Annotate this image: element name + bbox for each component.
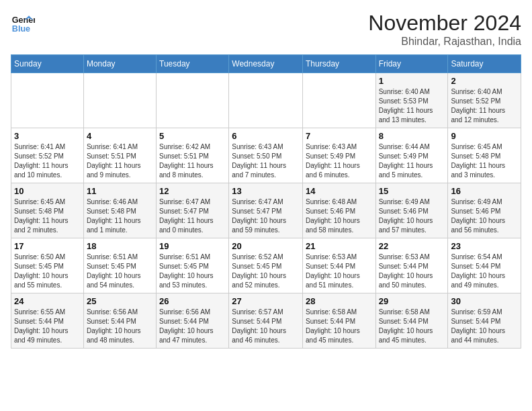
day-cell: 27Sunrise: 6:57 AM Sunset: 5:44 PM Dayli… (229, 293, 303, 349)
day-cell: 10Sunrise: 6:45 AM Sunset: 5:48 PM Dayli… (11, 183, 84, 238)
day-number: 26 (159, 296, 226, 306)
week-row-4: 17Sunrise: 6:50 AM Sunset: 5:45 PM Dayli… (11, 238, 521, 293)
day-info: Sunrise: 6:45 AM Sunset: 5:48 PM Dayligh… (14, 197, 81, 235)
day-number: 21 (306, 241, 373, 251)
day-info: Sunrise: 6:49 AM Sunset: 5:46 PM Dayligh… (379, 197, 445, 235)
day-cell: 26Sunrise: 6:56 AM Sunset: 5:44 PM Dayli… (157, 293, 229, 349)
day-cell (83, 73, 156, 128)
day-cell: 7Sunrise: 6:43 AM Sunset: 5:49 PM Daylig… (303, 128, 376, 183)
day-cell: 16Sunrise: 6:49 AM Sunset: 5:46 PM Dayli… (448, 183, 521, 238)
weekday-header-saturday: Saturday (448, 55, 521, 73)
title-area: November 2024 Bhindar, Rajasthan, India (368, 11, 521, 48)
day-number: 19 (159, 241, 226, 251)
day-number: 27 (232, 296, 300, 306)
weekday-header-row: SundayMondayTuesdayWednesdayThursdayFrid… (11, 55, 521, 73)
day-number: 16 (451, 186, 518, 196)
day-number: 23 (451, 241, 518, 251)
day-cell: 22Sunrise: 6:53 AM Sunset: 5:44 PM Dayli… (375, 238, 448, 293)
day-cell: 11Sunrise: 6:46 AM Sunset: 5:48 PM Dayli… (83, 183, 156, 238)
day-info: Sunrise: 6:59 AM Sunset: 5:44 PM Dayligh… (451, 308, 518, 345)
day-info: Sunrise: 6:40 AM Sunset: 5:52 PM Dayligh… (451, 87, 518, 125)
day-cell: 30Sunrise: 6:59 AM Sunset: 5:44 PM Dayli… (448, 293, 521, 349)
day-cell: 15Sunrise: 6:49 AM Sunset: 5:46 PM Dayli… (375, 183, 448, 238)
weekday-header-friday: Friday (375, 55, 448, 73)
location-title: Bhindar, Rajasthan, India (368, 36, 521, 48)
day-cell: 6Sunrise: 6:43 AM Sunset: 5:50 PM Daylig… (229, 128, 303, 183)
day-info: Sunrise: 6:41 AM Sunset: 5:51 PM Dayligh… (87, 142, 153, 180)
day-cell: 24Sunrise: 6:55 AM Sunset: 5:44 PM Dayli… (11, 293, 84, 349)
day-info: Sunrise: 6:53 AM Sunset: 5:44 PM Dayligh… (379, 253, 445, 290)
day-info: Sunrise: 6:52 AM Sunset: 5:45 PM Dayligh… (232, 253, 300, 290)
day-number: 20 (232, 241, 300, 251)
day-number: 1 (379, 76, 445, 86)
day-number: 8 (379, 131, 445, 141)
day-number: 30 (451, 296, 518, 306)
day-number: 24 (14, 296, 81, 306)
day-info: Sunrise: 6:53 AM Sunset: 5:44 PM Dayligh… (306, 253, 373, 290)
day-info: Sunrise: 6:43 AM Sunset: 5:49 PM Dayligh… (306, 142, 373, 180)
day-number: 22 (379, 241, 445, 251)
weekday-header-sunday: Sunday (11, 55, 84, 73)
day-number: 28 (306, 296, 373, 306)
day-info: Sunrise: 6:41 AM Sunset: 5:52 PM Dayligh… (14, 142, 81, 180)
day-info: Sunrise: 6:50 AM Sunset: 5:45 PM Dayligh… (14, 253, 81, 290)
day-number: 4 (87, 131, 153, 141)
day-cell: 28Sunrise: 6:58 AM Sunset: 5:44 PM Dayli… (303, 293, 376, 349)
day-number: 5 (159, 131, 226, 141)
day-info: Sunrise: 6:49 AM Sunset: 5:46 PM Dayligh… (451, 197, 518, 235)
day-cell: 14Sunrise: 6:48 AM Sunset: 5:46 PM Dayli… (303, 183, 376, 238)
weekday-header-wednesday: Wednesday (229, 55, 303, 73)
day-info: Sunrise: 6:58 AM Sunset: 5:44 PM Dayligh… (379, 308, 445, 345)
day-cell: 1Sunrise: 6:40 AM Sunset: 5:53 PM Daylig… (375, 73, 448, 128)
day-info: Sunrise: 6:58 AM Sunset: 5:44 PM Dayligh… (306, 308, 373, 345)
day-number: 11 (87, 186, 153, 196)
day-cell: 12Sunrise: 6:47 AM Sunset: 5:47 PM Dayli… (157, 183, 229, 238)
day-number: 9 (451, 131, 518, 141)
day-number: 2 (451, 76, 518, 86)
day-cell: 21Sunrise: 6:53 AM Sunset: 5:44 PM Dayli… (303, 238, 376, 293)
day-info: Sunrise: 6:43 AM Sunset: 5:50 PM Dayligh… (232, 142, 300, 180)
weekday-header-thursday: Thursday (303, 55, 376, 73)
day-cell: 20Sunrise: 6:52 AM Sunset: 5:45 PM Dayli… (229, 238, 303, 293)
week-row-1: 1Sunrise: 6:40 AM Sunset: 5:53 PM Daylig… (11, 73, 521, 128)
day-cell: 17Sunrise: 6:50 AM Sunset: 5:45 PM Dayli… (11, 238, 84, 293)
day-number: 29 (379, 296, 445, 306)
day-cell (229, 73, 303, 128)
day-info: Sunrise: 6:40 AM Sunset: 5:53 PM Dayligh… (379, 87, 445, 125)
day-cell: 4Sunrise: 6:41 AM Sunset: 5:51 PM Daylig… (83, 128, 156, 183)
day-cell: 3Sunrise: 6:41 AM Sunset: 5:52 PM Daylig… (11, 128, 84, 183)
svg-text:Blue: Blue (12, 24, 30, 34)
day-info: Sunrise: 6:44 AM Sunset: 5:49 PM Dayligh… (379, 142, 445, 180)
week-row-3: 10Sunrise: 6:45 AM Sunset: 5:48 PM Dayli… (11, 183, 521, 238)
day-info: Sunrise: 6:51 AM Sunset: 5:45 PM Dayligh… (87, 253, 153, 290)
logo-icon: General Blue (11, 11, 35, 35)
header: General Blue November 2024 Bhindar, Raja… (11, 11, 521, 48)
day-number: 15 (379, 186, 445, 196)
logo: General Blue (11, 11, 35, 35)
day-cell (303, 73, 376, 128)
day-number: 10 (14, 186, 81, 196)
day-cell (11, 73, 84, 128)
weekday-header-tuesday: Tuesday (157, 55, 229, 73)
day-info: Sunrise: 6:51 AM Sunset: 5:45 PM Dayligh… (159, 253, 226, 290)
day-cell: 19Sunrise: 6:51 AM Sunset: 5:45 PM Dayli… (157, 238, 229, 293)
day-cell: 25Sunrise: 6:56 AM Sunset: 5:44 PM Dayli… (83, 293, 156, 349)
day-info: Sunrise: 6:56 AM Sunset: 5:44 PM Dayligh… (159, 308, 226, 345)
day-number: 25 (87, 296, 153, 306)
day-cell: 8Sunrise: 6:44 AM Sunset: 5:49 PM Daylig… (375, 128, 448, 183)
day-info: Sunrise: 6:56 AM Sunset: 5:44 PM Dayligh… (87, 308, 153, 345)
week-row-5: 24Sunrise: 6:55 AM Sunset: 5:44 PM Dayli… (11, 293, 521, 349)
calendar-table: SundayMondayTuesdayWednesdayThursdayFrid… (11, 54, 521, 349)
day-info: Sunrise: 6:54 AM Sunset: 5:44 PM Dayligh… (451, 253, 518, 290)
day-info: Sunrise: 6:48 AM Sunset: 5:46 PM Dayligh… (306, 197, 373, 235)
day-info: Sunrise: 6:46 AM Sunset: 5:48 PM Dayligh… (87, 197, 153, 235)
month-title: November 2024 (368, 11, 521, 36)
day-cell (157, 73, 229, 128)
day-number: 7 (306, 131, 373, 141)
week-row-2: 3Sunrise: 6:41 AM Sunset: 5:52 PM Daylig… (11, 128, 521, 183)
day-number: 3 (14, 131, 81, 141)
day-number: 18 (87, 241, 153, 251)
day-cell: 5Sunrise: 6:42 AM Sunset: 5:51 PM Daylig… (157, 128, 229, 183)
weekday-header-monday: Monday (83, 55, 156, 73)
day-number: 13 (232, 186, 300, 196)
